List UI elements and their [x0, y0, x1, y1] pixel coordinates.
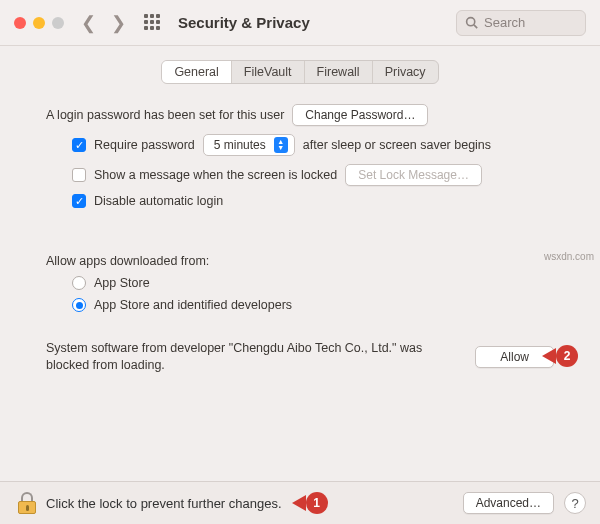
allow-apps-appstore-radio[interactable]: [72, 276, 86, 290]
svg-point-0: [467, 18, 475, 26]
login-password-intro: A login password has been set for this u…: [46, 108, 284, 122]
allow-apps-heading: Allow apps downloaded from:: [46, 254, 209, 268]
tab-privacy[interactable]: Privacy: [373, 61, 438, 83]
window-title: Security & Privacy: [178, 14, 310, 31]
traffic-lights: [14, 17, 64, 29]
lock-hint-text: Click the lock to prevent further change…: [46, 496, 282, 511]
annotation-marker-2: 2: [542, 345, 578, 367]
blocked-software-text: System software from developer "Chengdu …: [46, 340, 461, 374]
login-password-section: A login password has been set for this u…: [0, 104, 600, 208]
allow-apps-section: Allow apps downloaded from: App Store Ap…: [0, 254, 600, 312]
close-window-icon[interactable]: [14, 17, 26, 29]
tab-general[interactable]: General: [162, 61, 231, 83]
after-sleep-text: after sleep or screen saver begins: [303, 138, 491, 152]
search-icon: [465, 16, 478, 29]
zoom-window-icon: [52, 17, 64, 29]
forward-button[interactable]: ❯: [108, 12, 128, 34]
show-all-icon[interactable]: [144, 14, 162, 32]
stepper-icon: ▲▼: [274, 137, 288, 153]
tab-bar: General FileVault Firewall Privacy: [0, 60, 600, 84]
require-password-delay-select[interactable]: 5 minutes ▲▼: [203, 134, 295, 156]
window-titlebar: ❮ ❯ Security & Privacy Search: [0, 0, 600, 46]
svg-line-1: [474, 25, 477, 28]
lock-icon[interactable]: [18, 492, 36, 514]
watermark-text: wsxdn.com: [544, 251, 594, 262]
disable-auto-login-label: Disable automatic login: [94, 194, 223, 208]
tab-firewall[interactable]: Firewall: [305, 61, 373, 83]
help-button[interactable]: ?: [564, 492, 586, 514]
back-button[interactable]: ❮: [78, 12, 98, 34]
search-field[interactable]: Search: [456, 10, 586, 36]
content-area: General FileVault Firewall Privacy A log…: [0, 46, 600, 374]
set-lock-message-button: Set Lock Message…: [345, 164, 482, 186]
allow-apps-identified-label: App Store and identified developers: [94, 298, 292, 312]
annotation-marker-1: 1: [292, 492, 328, 514]
tab-filevault[interactable]: FileVault: [232, 61, 305, 83]
allow-apps-identified-radio[interactable]: [72, 298, 86, 312]
require-password-label: Require password: [94, 138, 195, 152]
require-password-checkbox[interactable]: [72, 138, 86, 152]
advanced-button[interactable]: Advanced…: [463, 492, 554, 514]
change-password-button[interactable]: Change Password…: [292, 104, 428, 126]
disable-auto-login-checkbox[interactable]: [72, 194, 86, 208]
allow-apps-appstore-label: App Store: [94, 276, 150, 290]
show-message-checkbox[interactable]: [72, 168, 86, 182]
show-message-label: Show a message when the screen is locked: [94, 168, 337, 182]
delay-value: 5 minutes: [214, 138, 266, 152]
footer-bar: Click the lock to prevent further change…: [0, 481, 600, 524]
search-placeholder: Search: [484, 15, 525, 30]
blocked-software-row: System software from developer "Chengdu …: [0, 340, 600, 374]
minimize-window-icon[interactable]: [33, 17, 45, 29]
